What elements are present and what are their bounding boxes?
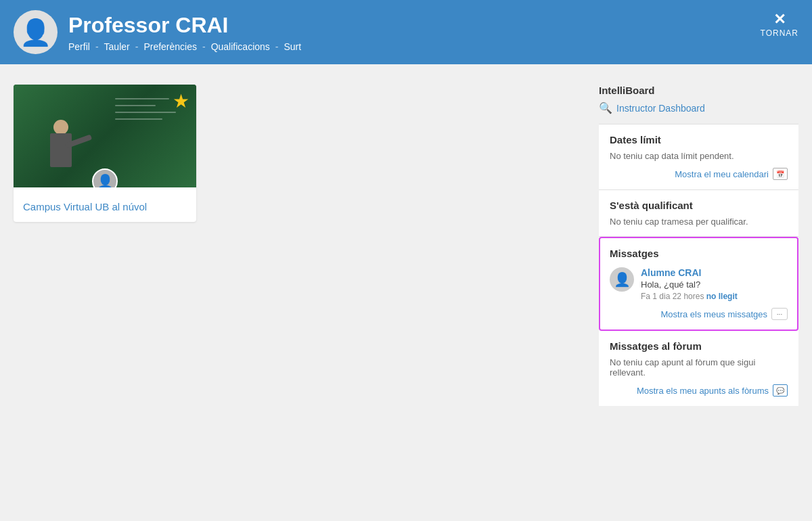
calendar-icon[interactable]: 📅 xyxy=(773,168,788,180)
msg-text: Hola, ¿qué tal? xyxy=(641,279,788,290)
left-content: ★ 👤 Campus Virtual UB al núvol xyxy=(14,85,585,406)
calendar-link-row: Mostra el meu calendari 📅 xyxy=(610,168,788,180)
header-info: Professor CRAI Perfil - Tauler - Preferè… xyxy=(68,13,798,52)
bboard-line-4 xyxy=(115,118,162,120)
forum-empty-text: No teniu cap apunt al fòrum que sigui re… xyxy=(610,357,788,378)
nav-surt[interactable]: Surt xyxy=(284,41,301,52)
forum-title: Missatges al fòrum xyxy=(610,340,788,352)
header: 👤 Professor CRAI Perfil - Tauler - Prefe… xyxy=(0,0,812,64)
course-card-title[interactable]: Campus Virtual UB al núvol xyxy=(14,187,196,222)
msg-meta: Fa 1 dia 22 hores no llegit xyxy=(641,292,788,301)
missatges-footer: Mostra els meus missatges ··· xyxy=(610,308,788,320)
figure-body xyxy=(50,133,72,167)
sidebar-card: Dates límit No teniu cap data límit pend… xyxy=(599,124,798,406)
figure-head xyxy=(53,120,68,135)
show-msgs-link[interactable]: Mostra els meus missatges xyxy=(661,309,768,319)
nav-sep-4: - xyxy=(275,41,279,52)
avatar: 👤 xyxy=(14,10,58,54)
search-tool-icon: 🔍 xyxy=(599,101,612,114)
message-item: 👤 Alumne CRAI Hola, ¿qué tal? Fa 1 dia 2… xyxy=(610,267,788,301)
nav-sep-1: - xyxy=(95,41,99,52)
bboard-line-2 xyxy=(115,105,156,106)
missatges-title: Missatges xyxy=(610,248,788,259)
main-content: ★ 👤 Campus Virtual UB al núvol IntelliBo… xyxy=(0,64,812,420)
right-panel: IntelliBoard 🔍 Instructor Dashboard Date… xyxy=(599,85,798,406)
user-name: Professor CRAI xyxy=(68,13,798,38)
nav-perfil[interactable]: Perfil xyxy=(68,41,90,52)
more-options-icon[interactable]: ··· xyxy=(771,308,788,320)
forum-link-row: Mostra els meu apunts als fòrums 💬 xyxy=(610,384,788,397)
back-button[interactable]: ✕ TORNAR xyxy=(761,12,798,38)
forum-link[interactable]: Mostra els meu apunts als fòrums xyxy=(637,386,769,396)
msg-avatar: 👤 xyxy=(610,267,634,292)
msg-time: Fa 1 dia 22 hores xyxy=(641,292,706,301)
figure-silhouette xyxy=(41,120,81,181)
dates-title: Dates límit xyxy=(610,134,788,145)
calendar-link[interactable]: Mostra el meu calendari xyxy=(675,169,769,179)
intelliboard-section: IntelliBoard 🔍 Instructor Dashboard xyxy=(599,85,798,124)
qual-empty-text: No teniu cap tramesa per qualificar. xyxy=(610,217,788,227)
msg-sender[interactable]: Alumne CRAI xyxy=(641,267,788,278)
dates-empty-text: No teniu cap data límit pendent. xyxy=(610,151,788,161)
close-icon: ✕ xyxy=(773,12,786,27)
star-badge: ★ xyxy=(173,90,189,112)
nav-sep-2: - xyxy=(135,41,139,52)
back-label: TORNAR xyxy=(761,28,798,38)
nav-tauler[interactable]: Tauler xyxy=(104,41,130,52)
course-card-image: ★ 👤 xyxy=(14,85,196,187)
nav-preferencies[interactable]: Preferències xyxy=(143,41,197,52)
dates-section: Dates límit No teniu cap data límit pend… xyxy=(599,124,798,190)
qual-title: S'està qualificant xyxy=(610,200,788,211)
instructor-dashboard-link[interactable]: 🔍 Instructor Dashboard xyxy=(599,101,798,114)
bboard-line-1 xyxy=(115,98,169,99)
msg-content: Alumne CRAI Hola, ¿qué tal? Fa 1 dia 22 … xyxy=(641,267,788,301)
course-card[interactable]: ★ 👤 Campus Virtual UB al núvol xyxy=(14,85,196,222)
header-nav: Perfil - Tauler - Preferències - Qualifi… xyxy=(68,41,798,52)
forum-icon[interactable]: 💬 xyxy=(773,384,788,397)
intelliboard-title: IntelliBoard xyxy=(599,85,798,96)
instructor-dashboard-label: Instructor Dashboard xyxy=(616,103,705,114)
user-icon: 👤 xyxy=(20,18,51,47)
bboard-line-3 xyxy=(115,112,176,113)
missatges-section: Missatges 👤 Alumne CRAI Hola, ¿qué tal? … xyxy=(599,237,798,331)
qual-section: S'està qualificant No teniu cap tramesa … xyxy=(599,190,798,237)
nav-sep-3: - xyxy=(202,41,206,52)
msg-unread-label: no llegit xyxy=(706,292,738,301)
nav-qualificacions[interactable]: Qualificacions xyxy=(211,41,270,52)
forum-section: Missatges al fòrum No teniu cap apunt al… xyxy=(599,331,798,406)
